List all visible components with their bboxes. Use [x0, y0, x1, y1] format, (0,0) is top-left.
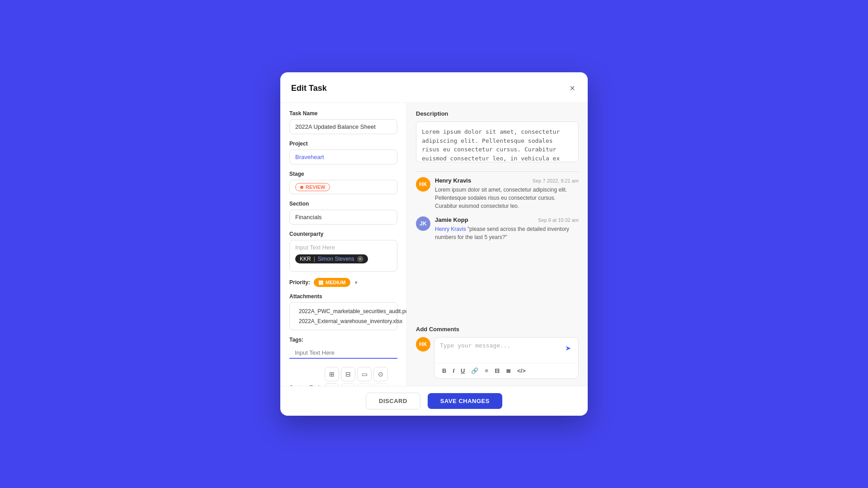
- edit-task-modal: Edit Task × Task Name Project Stage: [280, 72, 588, 416]
- comment-1-text: Lorem ipsum dolor sit amet, consectetur …: [435, 186, 579, 210]
- comment-1-time: Sep 7 2022, 9:21 am: [533, 178, 579, 183]
- send-comment-button[interactable]: ➤: [563, 342, 573, 354]
- section-label: Section: [289, 201, 397, 207]
- attachments-box: 2022A_PWC_marketable_securities_audit.pd…: [289, 302, 397, 330]
- modal-header: Edit Task ×: [280, 72, 588, 103]
- modal-footer: DISCARD SAVE CHANGES: [280, 386, 588, 416]
- counterparty-label: Counterparty: [289, 231, 397, 237]
- comment-2-avatar: JK: [416, 216, 430, 231]
- comment-2-content: Jamie Kopp Sep 6 at 10:32 am Henry Kravi…: [435, 216, 579, 241]
- attachments-label: Attachments: [289, 293, 397, 300]
- stage-value: REVIEW: [306, 184, 325, 190]
- counterparty-field: Counterparty Input Text Here KKR | Simon…: [289, 231, 397, 272]
- comment-2-text: Henry Kravis "please send across the det…: [435, 225, 579, 241]
- custom-task-icons: ⊞ ⊟ ▭ ⊙ ▦ ⚑ 📎 🏷 👁 👁: [325, 367, 397, 386]
- counterparty-placeholder: Input Text Here: [295, 244, 392, 251]
- comment-2-header: Jamie Kopp Sep 6 at 10:32 am: [435, 216, 579, 223]
- list-button[interactable]: ≡: [482, 366, 491, 375]
- counterparty-chip: KKR | Simon Stevens ×: [295, 254, 368, 263]
- close-button[interactable]: ×: [568, 81, 577, 95]
- project-input[interactable]: [289, 150, 397, 164]
- comment-1-header: Henry Kravis Sep 7 2022, 9:21 am: [435, 177, 579, 184]
- review-badge: REVIEW: [295, 183, 330, 191]
- current-user-avatar: HK: [416, 337, 430, 352]
- priority-icon: ▦: [318, 279, 323, 286]
- comment-input-box: ➤ B I U 🔗 ≡ ⊟ ≣ </>: [434, 337, 579, 379]
- priority-value: MEDIUM: [326, 280, 346, 285]
- comment-1-content: Henry Kravis Sep 7 2022, 9:21 am Lorem i…: [435, 177, 579, 210]
- priority-chevron[interactable]: ▼: [354, 280, 359, 285]
- left-panel: Task Name Project Stage REVIEW: [280, 103, 407, 386]
- italic-button[interactable]: I: [450, 366, 457, 375]
- priority-field: Priority: ▦ MEDIUM ▼: [289, 278, 397, 287]
- task-name-label: Task Name: [289, 110, 397, 117]
- right-panel: Description Lorem ipsum dolor sit amet, …: [407, 103, 588, 386]
- comment-2-time: Sep 6 at 10:32 am: [538, 217, 579, 223]
- underline-button[interactable]: U: [458, 366, 467, 375]
- priority-badge[interactable]: ▦ MEDIUM: [314, 278, 350, 287]
- ordered-list-button[interactable]: ⊟: [492, 366, 502, 375]
- attachments-field: Attachments 2022A_PWC_marketable_securit…: [289, 293, 397, 330]
- comment-2: JK Jamie Kopp Sep 6 at 10:32 am Henry Kr…: [416, 216, 579, 241]
- project-label: Project: [289, 141, 397, 147]
- comment-toolbar: B I U 🔗 ≡ ⊟ ≣ </>: [434, 363, 578, 378]
- discard-button[interactable]: DISCARD: [366, 393, 420, 409]
- bold-button[interactable]: B: [440, 366, 448, 375]
- stage-selector[interactable]: REVIEW: [289, 180, 397, 194]
- attachment-2-name: 2022A_External_warehouse_inventory.xlsx: [299, 318, 402, 324]
- priority-label: Priority:: [289, 279, 310, 286]
- custom-icon-4[interactable]: ⊙: [373, 367, 388, 381]
- add-comment-row: HK ➤ B I U 🔗 ≡ ⊟ ≣: [416, 337, 579, 379]
- tags-label: Tags:: [289, 337, 397, 343]
- modal-title: Edit Task: [291, 84, 327, 93]
- chip-person: Simon Stevens: [318, 256, 354, 262]
- custom-icon-1[interactable]: ⊞: [325, 367, 339, 381]
- stage-field: Stage REVIEW: [289, 171, 397, 194]
- section-field: Section: [289, 201, 397, 225]
- attachment-1-name: 2022A_PWC_marketable_securities_audit.pd…: [299, 308, 407, 314]
- description-label: Description: [416, 110, 579, 117]
- link-button[interactable]: 🔗: [469, 366, 481, 375]
- stage-label: Stage: [289, 171, 397, 177]
- comment-1-avatar: HK: [416, 177, 430, 192]
- chip-company: KKR: [300, 256, 311, 262]
- task-name-field: Task Name: [289, 110, 397, 134]
- save-button[interactable]: SAVE CHANGES: [428, 393, 502, 409]
- review-dot: [300, 186, 303, 189]
- comment-1: HK Henry Kravis Sep 7 2022, 9:21 am Lore…: [416, 177, 579, 210]
- align-button[interactable]: ≣: [504, 366, 513, 375]
- chip-separator: |: [314, 256, 315, 262]
- custom-icon-3[interactable]: ▭: [357, 367, 372, 381]
- comment-input-row: ➤: [434, 338, 578, 363]
- add-comments-section: Add Comments HK ➤ B I U 🔗 ≡: [407, 320, 588, 386]
- description-section: Description Lorem ipsum dolor sit amet, …: [407, 103, 588, 171]
- task-name-input[interactable]: [289, 119, 397, 134]
- comment-2-author: Jamie Kopp: [435, 216, 468, 223]
- project-field: Project: [289, 141, 397, 164]
- comments-list: HK Henry Kravis Sep 7 2022, 9:21 am Lore…: [407, 172, 588, 247]
- comment-textarea[interactable]: [440, 342, 560, 358]
- counterparty-box[interactable]: Input Text Here KKR | Simon Stevens ×: [289, 240, 397, 272]
- tags-field: Tags:: [289, 337, 397, 359]
- description-textarea[interactable]: Lorem ipsum dolor sit amet, consectetur …: [416, 122, 579, 162]
- modal-body: Task Name Project Stage REVIEW: [280, 103, 588, 386]
- code-button[interactable]: </>: [515, 366, 528, 375]
- custom-task-row: Custom Task: ⊞ ⊟ ▭ ⊙ ▦ ⚑ 📎 🏷 👁 �: [289, 365, 397, 386]
- comment-2-mention: Henry Kravis: [435, 226, 466, 232]
- custom-icon-2[interactable]: ⊟: [341, 367, 355, 381]
- attachment-2[interactable]: 2022A_External_warehouse_inventory.xlsx: [295, 316, 392, 326]
- comment-1-author: Henry Kravis: [435, 177, 471, 184]
- attachment-1[interactable]: 2022A_PWC_marketable_securities_audit.pd…: [295, 306, 392, 316]
- section-input[interactable]: [289, 210, 397, 225]
- add-comments-label: Add Comments: [416, 326, 579, 333]
- tags-input[interactable]: [289, 346, 397, 359]
- chip-close-button[interactable]: ×: [357, 256, 363, 262]
